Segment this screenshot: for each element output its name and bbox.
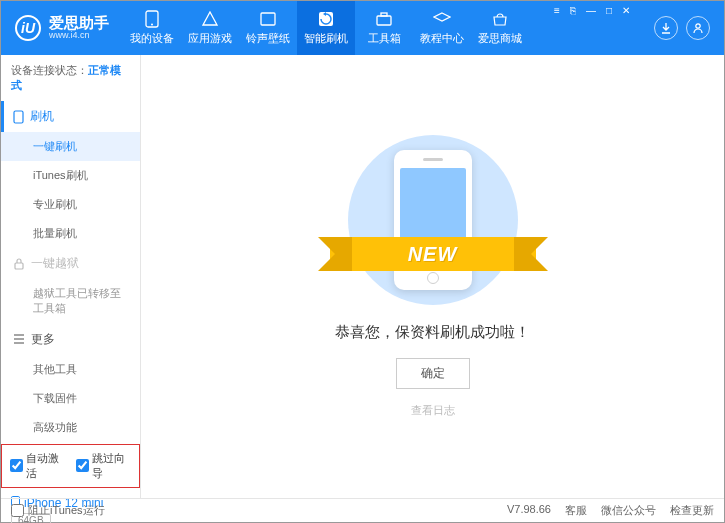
- section-title: 一键越狱: [31, 255, 79, 272]
- main-nav: 我的设备 应用游戏 铃声壁纸 智能刷机 工具箱 教程中心: [123, 1, 529, 55]
- nav-label: 教程中心: [420, 31, 464, 46]
- sidebar-item-oneclick[interactable]: 一键刷机: [1, 132, 140, 161]
- logo-icon: iU: [15, 15, 41, 41]
- conn-label: 设备连接状态：: [11, 64, 88, 76]
- wechat-link[interactable]: 微信公众号: [601, 503, 656, 518]
- toolbox-icon: [375, 10, 393, 28]
- list-icon: [13, 334, 25, 344]
- app-title: 爱思助手: [49, 15, 109, 32]
- opt-auto-activate[interactable]: 自动激活: [10, 451, 66, 481]
- nav-label: 我的设备: [130, 31, 174, 46]
- lock-icon: [13, 258, 25, 270]
- menu-icon[interactable]: ≡: [554, 5, 560, 16]
- connection-status: 设备连接状态：正常模式: [1, 55, 140, 101]
- nav-apps[interactable]: 应用游戏: [181, 1, 239, 55]
- nav-label: 爱思商城: [478, 31, 522, 46]
- success-message: 恭喜您，保资料刷机成功啦！: [335, 323, 530, 342]
- nav-label: 应用游戏: [188, 31, 232, 46]
- section-title: 更多: [31, 331, 55, 348]
- sidebar-item-itunes[interactable]: iTunes刷机: [1, 161, 140, 190]
- nav-label: 工具箱: [368, 31, 401, 46]
- svg-rect-4: [377, 16, 391, 25]
- logo: iU 爱思助手 www.i4.cn: [1, 15, 123, 41]
- svg-rect-7: [14, 111, 23, 123]
- app-subtitle: www.i4.cn: [49, 31, 109, 41]
- version: V7.98.66: [507, 503, 551, 518]
- options-box: 自动激活 跳过向导: [1, 444, 140, 488]
- checkbox[interactable]: [10, 459, 23, 472]
- wallpaper-icon: [259, 10, 277, 28]
- sidebar-item-advanced[interactable]: 高级功能: [1, 413, 140, 442]
- opt-skip-guide[interactable]: 跳过向导: [76, 451, 132, 481]
- svg-point-6: [696, 24, 700, 28]
- jailbreak-note: 越狱工具已转移至工具箱: [1, 279, 140, 324]
- ok-button[interactable]: 确定: [396, 358, 470, 389]
- section-more[interactable]: 更多: [1, 324, 140, 355]
- nav-tutorials[interactable]: 教程中心: [413, 1, 471, 55]
- sidebar: 设备连接状态：正常模式 刷机 一键刷机 iTunes刷机 专业刷机 批量刷机 一…: [1, 55, 141, 498]
- checkbox[interactable]: [11, 504, 24, 517]
- view-log-link[interactable]: 查看日志: [411, 403, 455, 418]
- store-icon: [491, 10, 509, 28]
- titlebar: iU 爱思助手 www.i4.cn 我的设备 应用游戏 铃声壁纸 智能刷机: [1, 1, 724, 55]
- update-link[interactable]: 检查更新: [670, 503, 714, 518]
- sidebar-item-firmware[interactable]: 下载固件: [1, 384, 140, 413]
- nav-my-device[interactable]: 我的设备: [123, 1, 181, 55]
- section-title: 刷机: [30, 108, 54, 125]
- checkbox[interactable]: [76, 459, 89, 472]
- download-button[interactable]: [654, 16, 678, 40]
- graduation-icon: [433, 10, 451, 28]
- section-jailbreak[interactable]: 一键越狱: [1, 248, 140, 279]
- svg-rect-5: [381, 13, 387, 16]
- svg-point-1: [151, 24, 153, 26]
- nav-label: 智能刷机: [304, 31, 348, 46]
- minimize-icon[interactable]: —: [586, 5, 596, 16]
- nav-flash[interactable]: 智能刷机: [297, 1, 355, 55]
- svg-rect-2: [261, 13, 275, 25]
- sidebar-item-batch[interactable]: 批量刷机: [1, 219, 140, 248]
- pin-icon[interactable]: ⎘: [570, 5, 576, 16]
- footer: 阻止iTunes运行 V7.98.66 客服 微信公众号 检查更新: [1, 498, 724, 522]
- sidebar-item-other[interactable]: 其他工具: [1, 355, 140, 384]
- service-link[interactable]: 客服: [565, 503, 587, 518]
- close-icon[interactable]: ✕: [622, 5, 630, 16]
- nav-toolbox[interactable]: 工具箱: [355, 1, 413, 55]
- phone-icon: [13, 110, 24, 124]
- apps-icon: [201, 10, 219, 28]
- success-illustration: NEW: [348, 135, 518, 305]
- refresh-icon: [317, 10, 335, 28]
- new-ribbon: NEW: [330, 237, 536, 271]
- section-flash[interactable]: 刷机: [1, 101, 140, 132]
- sidebar-item-pro[interactable]: 专业刷机: [1, 190, 140, 219]
- app-window: iU 爱思助手 www.i4.cn 我的设备 应用游戏 铃声壁纸 智能刷机: [0, 0, 725, 523]
- window-controls: ≡ ⎘ — □ ✕: [554, 1, 640, 16]
- block-itunes[interactable]: 阻止iTunes运行: [11, 503, 105, 518]
- nav-ringtones[interactable]: 铃声壁纸: [239, 1, 297, 55]
- phone-icon: [143, 10, 161, 28]
- nav-store[interactable]: 爱思商城: [471, 1, 529, 55]
- user-button[interactable]: [686, 16, 710, 40]
- maximize-icon[interactable]: □: [606, 5, 612, 16]
- main-content: NEW 恭喜您，保资料刷机成功啦！ 确定 查看日志: [141, 55, 724, 498]
- nav-label: 铃声壁纸: [246, 31, 290, 46]
- svg-rect-8: [15, 263, 23, 269]
